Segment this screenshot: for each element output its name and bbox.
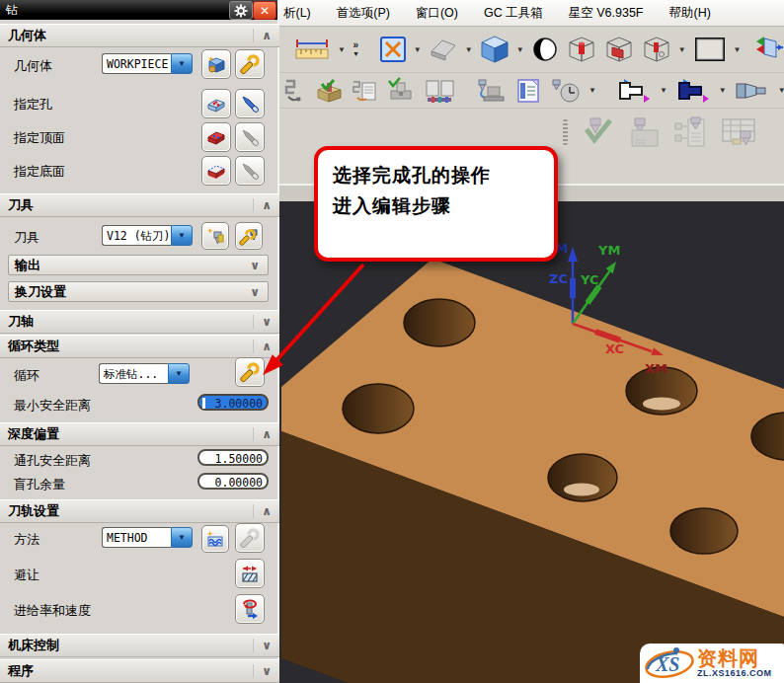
group-output[interactable]: 输出 ∨: [8, 255, 269, 275]
method-dropdown[interactable]: METHOD ▼: [102, 527, 193, 548]
machine-simulate-icon[interactable]: [384, 76, 418, 106]
tool-machine-icon[interactable]: [473, 76, 509, 106]
select-holes-button[interactable]: [201, 89, 231, 118]
tool-dropdown[interactable]: V12 (钻刀) ▼: [102, 225, 193, 246]
dropdown-icon[interactable]: ▼: [660, 86, 667, 95]
edit-tool-button[interactable]: [235, 222, 263, 250]
avoidance-button[interactable]: [235, 559, 265, 588]
tool-clock-icon[interactable]: [548, 76, 584, 106]
collapse-icon[interactable]: ∧: [253, 504, 279, 518]
method-label: 方法: [14, 531, 39, 549]
section-program[interactable]: 程序 ∨: [0, 659, 279, 683]
collapse-icon[interactable]: ∧: [253, 427, 279, 441]
dropdown-icon[interactable]: ▼: [465, 45, 473, 54]
menu-help[interactable]: 帮助(H): [668, 5, 710, 22]
highlight-bottom-face-button[interactable]: [235, 156, 265, 186]
cube-ipw-icon[interactable]: [640, 33, 673, 66]
menu-preferences[interactable]: 首选项(P): [337, 5, 390, 22]
toolbar-grip[interactable]: [563, 119, 568, 145]
annotation-line2: 进入编辑步骤: [333, 190, 554, 221]
wedge-view-icon[interactable]: [427, 34, 460, 65]
measure-dropdown-icon[interactable]: ▼: [338, 45, 346, 54]
cube-tool-icon[interactable]: [565, 33, 598, 66]
feeds-speeds-button[interactable]: [235, 594, 265, 624]
through-clearance-input[interactable]: 1.50000: [197, 449, 269, 466]
contrast-circle-icon[interactable]: [529, 34, 561, 65]
expand-icon[interactable]: ∨: [253, 639, 279, 652]
face-style-icon[interactable]: [691, 34, 729, 65]
highlight-holes-button[interactable]: [235, 89, 265, 118]
edit-cycle-button[interactable]: [235, 357, 265, 387]
geometry-dropdown[interactable]: WORKPIECE ▼: [102, 53, 193, 74]
toolpath-curve-icon[interactable]: [279, 77, 309, 105]
section-machine-control[interactable]: 机床控制 ∨: [0, 634, 279, 657]
create-tool-button[interactable]: [201, 222, 229, 250]
collapse-icon[interactable]: ∧: [253, 29, 279, 42]
expand-icon[interactable]: ∨: [242, 285, 268, 299]
section-depth-offset[interactable]: 深度偏置 ∧: [0, 422, 279, 446]
mill-area-light-icon[interactable]: [613, 75, 655, 107]
dropdown-arrow-icon[interactable]: ▼: [168, 363, 190, 384]
select-top-face-button[interactable]: [201, 122, 231, 152]
dropdown-icon[interactable]: ▼: [516, 45, 524, 54]
mill-area-dark-icon[interactable]: [672, 75, 714, 107]
shaded-cube-icon[interactable]: [478, 33, 511, 66]
dropdown-arrow-icon[interactable]: ▼: [171, 527, 193, 548]
dropdown-icon[interactable]: ▼: [588, 86, 596, 95]
collapse-icon[interactable]: ∧: [253, 198, 279, 212]
dropdown-icon[interactable]: ▼: [414, 45, 422, 54]
menu-gc-toolbox[interactable]: GC 工具箱: [484, 5, 543, 22]
section-cycle-type[interactable]: 循环类型 ∧: [0, 335, 279, 358]
expand-icon[interactable]: ∨: [242, 259, 268, 272]
edit-geometry-button[interactable]: [235, 49, 265, 79]
layout-views-icon[interactable]: [749, 33, 784, 66]
cycle-label: 循环: [14, 367, 39, 385]
operation-doc-icon[interactable]: [512, 76, 544, 106]
turn-funnel-icon[interactable]: [732, 75, 773, 107]
menu-analysis[interactable]: 析(L): [283, 5, 311, 22]
dialog-title: 钻: [6, 2, 18, 19]
yc-axis-label: YC: [580, 272, 599, 287]
dropdown-arrow-icon[interactable]: ▼: [171, 53, 193, 74]
dropdown-icon[interactable]: ▼: [734, 45, 742, 54]
expand-icon[interactable]: ∨: [253, 664, 279, 678]
section-tool[interactable]: 刀具 ∧: [0, 193, 279, 217]
feeds-label: 进给率和速度: [14, 602, 91, 620]
xc-axis-label: XC: [605, 342, 624, 356]
dropdown-icon[interactable]: ▼: [778, 86, 784, 95]
toolbar-overflow-icon[interactable]: »▼: [353, 40, 359, 58]
menu-xingkong[interactable]: 星空 V6.935F: [569, 5, 644, 22]
cube-blank-icon[interactable]: [602, 33, 636, 66]
create-geometry-button[interactable]: [201, 49, 231, 79]
dialog-title-bar[interactable]: 钻 ✕: [0, 0, 277, 20]
section-geometry[interactable]: 几何体 ∧: [0, 24, 279, 47]
section-path-settings[interactable]: 刀轨设置 ∧: [0, 499, 279, 523]
create-method-button[interactable]: [201, 525, 229, 553]
shop-docs-icon[interactable]: [422, 76, 457, 106]
operation-table-icon[interactable]: [718, 114, 759, 150]
collapse-icon[interactable]: ∧: [253, 340, 279, 353]
group-tool-change[interactable]: 换刀设置 ∨: [8, 281, 269, 302]
dropdown-icon[interactable]: ▼: [719, 86, 727, 95]
fit-view-icon[interactable]: [377, 34, 409, 65]
expand-icon[interactable]: ∨: [253, 315, 279, 329]
highlight-top-face-button[interactable]: [235, 122, 265, 152]
dropdown-icon[interactable]: ▼: [678, 45, 686, 54]
min-clearance-input[interactable]: 3.00000: [197, 394, 269, 411]
verify-check-icon[interactable]: [580, 114, 617, 150]
dropdown-arrow-icon[interactable]: ▼: [171, 225, 193, 246]
postprocess-sheet-icon[interactable]: [349, 77, 380, 105]
select-bottom-face-button[interactable]: [201, 156, 231, 186]
cycle-dropdown[interactable]: 标准钻... ▼: [99, 363, 190, 384]
watermark: XS 资料网 ZL.XS1616.COM: [640, 644, 784, 683]
blind-stock-input[interactable]: 0.00000: [197, 473, 269, 490]
verify-workpiece-icon[interactable]: [313, 77, 345, 105]
menu-window[interactable]: 窗口(O): [416, 5, 458, 22]
edit-method-button[interactable]: [235, 523, 265, 553]
dialog-close-button[interactable]: ✕: [253, 1, 276, 20]
operation-sheet-icon[interactable]: [625, 114, 663, 150]
dialog-settings-button[interactable]: [229, 1, 253, 20]
measure-distance-icon[interactable]: [291, 34, 333, 65]
section-tool-axis[interactable]: 刀轴 ∨: [0, 310, 279, 334]
operation-tree-icon[interactable]: [670, 114, 710, 150]
